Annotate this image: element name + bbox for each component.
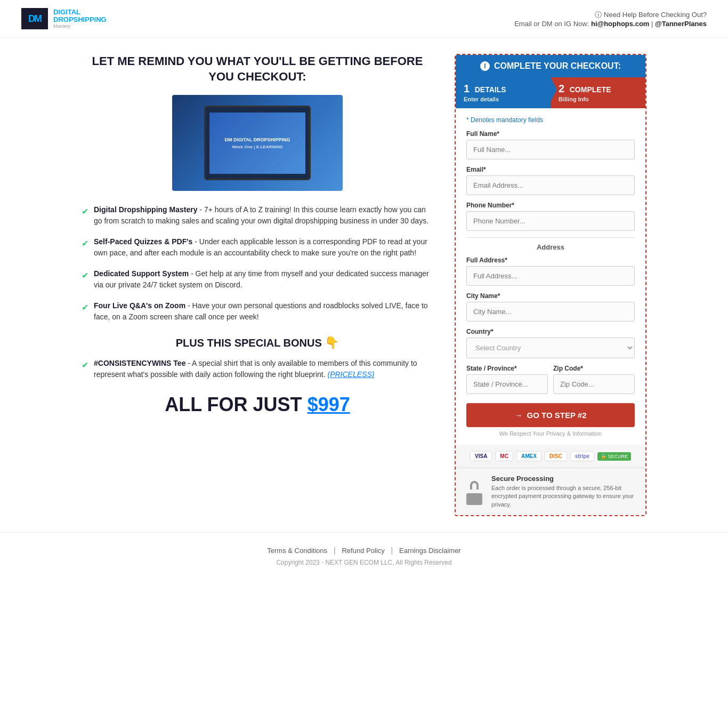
help-icon: ⓘ bbox=[595, 11, 602, 19]
bonus-icon: 👇 bbox=[325, 336, 339, 349]
step2-sub: Billing Info bbox=[559, 96, 589, 102]
address-label: Full Address* bbox=[466, 256, 635, 264]
payment-logos: VISA MC AMEX DISC stripe 🔒 SECURE bbox=[456, 445, 645, 468]
phone-label: Phone Number* bbox=[466, 202, 635, 209]
bullet-text: Self-Paced Quizzes & PDF's - Under each … bbox=[94, 236, 433, 259]
stripe-badge: stripe bbox=[570, 451, 594, 461]
checkout-header: i COMPLETE YOUR CHECKOUT: bbox=[456, 55, 645, 77]
price-line: ALL FOR JUST $997 bbox=[82, 394, 433, 416]
checkmark-icon: ✔ bbox=[82, 269, 88, 282]
bullet-bold: Self-Paced Quizzes & PDF's bbox=[94, 237, 192, 246]
step1-label: DETAILS bbox=[475, 85, 506, 94]
contact-label: Email or DM on IG Now: bbox=[514, 20, 589, 28]
page-footer: Terms & Conditions | Refund Policy | Ear… bbox=[0, 532, 728, 574]
contact-email: hi@hophops.com bbox=[591, 20, 649, 28]
logo: DM DIGITAL DROPSHIPPING Mastery bbox=[21, 8, 107, 29]
bullet-bold: Digital Dropshipping Mastery bbox=[94, 205, 197, 214]
bullet-text: Four Live Q&A's on Zoom - Have your own … bbox=[94, 300, 433, 323]
feature-list: ✔ Digital Dropshipping Mastery - 7+ hour… bbox=[82, 204, 433, 323]
zip-input[interactable] bbox=[553, 374, 635, 394]
bonus-text: #CONSISTENCYWINS Tee - A special shirt t… bbox=[94, 358, 433, 380]
email-label: Email* bbox=[466, 166, 635, 173]
bonus-list: ✔ #CONSISTENCYWINS Tee - A special shirt… bbox=[82, 358, 433, 380]
state-label: State / Province* bbox=[466, 365, 548, 372]
state-input[interactable] bbox=[466, 374, 548, 394]
left-column: LET ME REMIND YOU WHAT YOU'LL BE GETTING… bbox=[82, 54, 433, 416]
checkout-panel: i COMPLETE YOUR CHECKOUT: 1 DETAILS Ente… bbox=[455, 54, 646, 516]
secure-badge: 🔒 SECURE bbox=[597, 452, 631, 461]
address-input[interactable] bbox=[466, 266, 635, 286]
main-container: LET ME REMIND YOU WHAT YOU'LL BE GETTING… bbox=[71, 38, 657, 532]
discover-badge: DISC bbox=[545, 451, 567, 461]
address-group: Full Address* bbox=[466, 256, 635, 286]
bonus-bold: #CONSISTENCYWINS Tee bbox=[94, 359, 185, 367]
fullname-input[interactable] bbox=[466, 140, 635, 159]
country-group: Country* Select Country United States Ca… bbox=[466, 328, 635, 358]
secure-description: Each order is processed through a secure… bbox=[491, 484, 637, 509]
secure-text: Secure Processing Each order is processe… bbox=[491, 475, 637, 509]
fullname-label: Full Name* bbox=[466, 130, 635, 138]
step-2: 2 COMPLETE Billing Info bbox=[551, 77, 645, 108]
bullet-text: Digital Dropshipping Mastery - 7+ hours … bbox=[94, 204, 433, 227]
checkmark-icon: ✔ bbox=[82, 205, 88, 218]
logo-icon: DM bbox=[21, 8, 48, 29]
link-sep-1: | bbox=[334, 546, 338, 555]
visa-badge: VISA bbox=[470, 451, 492, 461]
bullet-bold: Dedicated Support System bbox=[94, 269, 189, 278]
refund-link[interactable]: Refund Policy bbox=[342, 547, 384, 555]
step1-num: 1 bbox=[464, 83, 470, 94]
bullet-bold: Four Live Q&A's on Zoom bbox=[94, 301, 185, 310]
state-group: State / Province* bbox=[466, 365, 548, 394]
step1-sub: Enter details bbox=[464, 96, 499, 102]
monitor-screen: DM DIGITAL DROPSHIPPING Week One | E-LEA… bbox=[209, 113, 305, 174]
lock-icon bbox=[464, 478, 485, 505]
info-icon: i bbox=[480, 61, 490, 71]
steps-bar: 1 DETAILS Enter details 2 COMPLETE Billi… bbox=[456, 77, 645, 108]
page-header: DM DIGITAL DROPSHIPPING Mastery ⓘ Need H… bbox=[0, 0, 728, 38]
bonus-heading: PLUS THIS SPECIAL BONUS 👇 bbox=[82, 336, 433, 350]
email-group: Email* bbox=[466, 166, 635, 195]
price-amount: $997 bbox=[308, 394, 350, 415]
country-select[interactable]: Select Country United States Canada Unit… bbox=[466, 338, 635, 358]
secure-section: Secure Processing Each order is processe… bbox=[456, 468, 645, 515]
step2-num: 2 bbox=[559, 83, 564, 94]
phone-input[interactable] bbox=[466, 211, 635, 231]
logo-brand: DIGITAL DROPSHIPPING bbox=[53, 9, 107, 24]
logo-text: DIGITAL DROPSHIPPING Mastery bbox=[53, 9, 107, 29]
fullname-group: Full Name* bbox=[466, 130, 635, 159]
footer-links: Terms & Conditions | Refund Policy | Ear… bbox=[11, 546, 717, 555]
checkout-header-text: COMPLETE YOUR CHECKOUT: bbox=[494, 61, 621, 71]
bonus-heading-text: PLUS THIS SPECIAL BONUS bbox=[176, 337, 322, 349]
submit-button[interactable]: → GO TO STEP #2 bbox=[466, 403, 635, 427]
step2-label: COMPLETE bbox=[570, 85, 611, 94]
city-group: City Name* bbox=[466, 292, 635, 322]
list-item: ✔ Dedicated Support System - Get help at… bbox=[82, 268, 433, 291]
list-item: ✔ Self-Paced Quizzes & PDF's - Under eac… bbox=[82, 236, 433, 259]
list-item: ✔ Digital Dropshipping Mastery - 7+ hour… bbox=[82, 204, 433, 227]
list-item: ✔ #CONSISTENCYWINS Tee - A special shirt… bbox=[82, 358, 433, 380]
checkmark-icon: ✔ bbox=[82, 237, 88, 250]
price-label: ALL FOR JUST bbox=[165, 394, 302, 415]
address-section-title: Address bbox=[466, 237, 635, 251]
contact-ig: @TannerPlanes bbox=[655, 20, 707, 28]
terms-link[interactable]: Terms & Conditions bbox=[267, 547, 327, 555]
bullet-text: Dedicated Support System - Get help at a… bbox=[94, 268, 433, 291]
phone-group: Phone Number* bbox=[466, 202, 635, 231]
header-help: ⓘ Need Help Before Checking Out? Email o… bbox=[514, 10, 707, 28]
checkmark-icon: ✔ bbox=[82, 301, 88, 314]
earnings-link[interactable]: Earnings Disclaimer bbox=[399, 547, 461, 555]
city-input[interactable] bbox=[466, 302, 635, 322]
page-title: LET ME REMIND YOU WHAT YOU'LL BE GETTING… bbox=[82, 54, 433, 84]
priceless-link[interactable]: (PRICELESS) bbox=[327, 370, 374, 379]
step-1: 1 DETAILS Enter details bbox=[456, 77, 551, 108]
email-input[interactable] bbox=[466, 175, 635, 195]
amex-badge: AMEX bbox=[516, 451, 541, 461]
logo-sub: Mastery bbox=[53, 23, 107, 29]
secure-heading: Secure Processing bbox=[491, 475, 637, 483]
zip-label: Zip Code* bbox=[553, 365, 635, 372]
mandatory-note: * Denotes mandatory fields bbox=[466, 116, 635, 124]
copyright: Copyright 2023 - NEXT GEN ECOM LLC, All … bbox=[11, 559, 717, 566]
product-image: DM DIGITAL DROPSHIPPING Week One | E-LEA… bbox=[82, 95, 433, 191]
submit-label: GO TO STEP #2 bbox=[527, 411, 587, 420]
monitor: DM DIGITAL DROPSHIPPING Week One | E-LEA… bbox=[204, 106, 311, 180]
